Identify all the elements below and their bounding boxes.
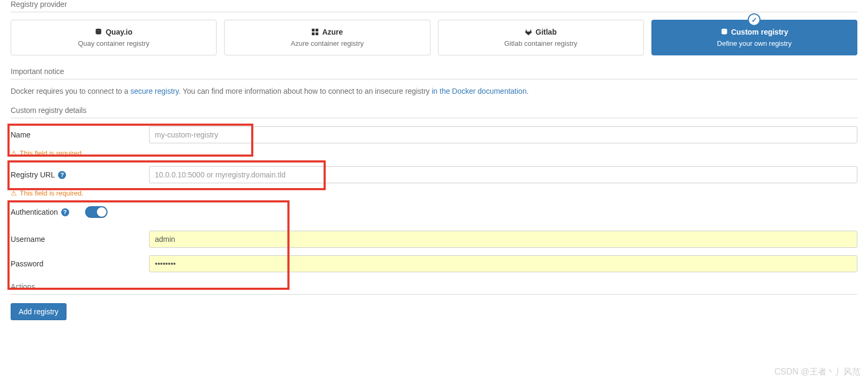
- svg-rect-4: [316, 32, 318, 35]
- provider-title: Azure: [322, 28, 343, 36]
- provider-subtitle: Define your own registry: [656, 39, 853, 47]
- provider-card-azure[interactable]: Azure Azure container registry: [224, 20, 430, 55]
- provider-card-gitlab[interactable]: Gitlab Gitlab container registry: [438, 20, 644, 55]
- password-input[interactable]: [149, 255, 857, 272]
- row-authentication: Authentication ?: [11, 202, 857, 222]
- database-icon: [95, 28, 102, 36]
- warning-icon: ⚠: [11, 189, 17, 197]
- link-docker-docs[interactable]: in the Docker documentation: [432, 87, 526, 95]
- row-password: Password: [11, 251, 857, 276]
- azure-icon: [311, 28, 319, 36]
- section-registry-details: Custom registry details: [11, 106, 857, 118]
- svg-rect-1: [312, 29, 315, 31]
- error-url: ⚠ This field is required.: [11, 189, 857, 197]
- registry-url-input[interactable]: [149, 166, 857, 183]
- svg-rect-2: [316, 29, 318, 31]
- provider-card-quay[interactable]: Quay.io Quay container registry: [11, 20, 217, 55]
- warning-icon: ⚠: [11, 149, 17, 157]
- row-name: Name: [11, 123, 857, 147]
- svg-point-0: [96, 29, 102, 31]
- username-input[interactable]: [149, 231, 857, 248]
- label-password: Password: [11, 259, 149, 268]
- section-important-notice: Important notice: [11, 67, 857, 79]
- section-registry-provider: Registry provider: [11, 0, 857, 12]
- help-icon[interactable]: ?: [58, 171, 66, 179]
- error-name: ⚠ This field is required.: [11, 149, 857, 157]
- check-circle-icon: ✓: [748, 13, 760, 26]
- add-registry-button[interactable]: Add registry: [11, 303, 67, 320]
- svg-rect-3: [312, 32, 315, 35]
- link-secure-registry[interactable]: secure registry: [130, 87, 179, 95]
- authentication-toggle[interactable]: [85, 206, 108, 218]
- section-actions: Actions: [11, 282, 857, 295]
- label-username: Username: [11, 235, 149, 243]
- provider-subtitle: Quay container registry: [15, 39, 212, 47]
- notice-text: Docker requires you to connect to a secu…: [11, 87, 857, 95]
- provider-title: Gitlab: [535, 28, 557, 36]
- label-authentication: Authentication ?: [11, 208, 85, 216]
- provider-title: Quay.io: [105, 28, 132, 36]
- help-icon[interactable]: ?: [61, 208, 69, 216]
- label-registry-url: Registry URL ?: [11, 170, 149, 179]
- provider-card-custom[interactable]: ✓ Custom registry Define your own regist…: [651, 20, 857, 55]
- label-name: Name: [11, 131, 149, 139]
- svg-point-5: [721, 29, 727, 31]
- name-input[interactable]: [149, 126, 857, 143]
- row-registry-url: Registry URL ?: [11, 162, 857, 187]
- row-username: Username: [11, 227, 857, 251]
- provider-cards-row: Quay.io Quay container registry Azure Az…: [11, 20, 857, 55]
- gitlab-icon: [525, 28, 532, 36]
- provider-title: Custom registry: [731, 28, 788, 36]
- database-icon: [721, 28, 728, 36]
- provider-subtitle: Gitlab container registry: [443, 39, 639, 47]
- provider-subtitle: Azure container registry: [229, 39, 425, 47]
